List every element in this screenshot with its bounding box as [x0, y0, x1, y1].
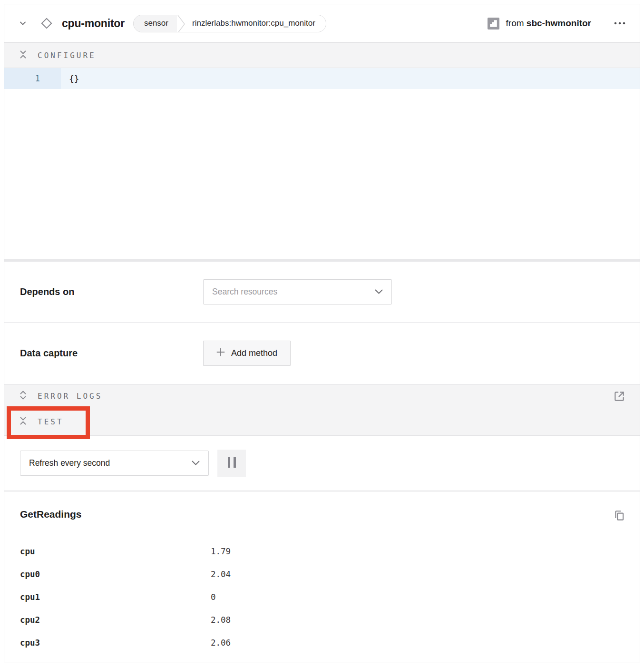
- refresh-rate-select[interactable]: Refresh every second: [20, 451, 209, 476]
- more-menu-button[interactable]: [613, 19, 626, 28]
- readings-table: cpu 1.79 cpu0 2.04 cpu1 0 cpu2 2.08 cpu3…: [20, 540, 626, 654]
- component-diamond-icon: [39, 16, 54, 30]
- pill-separator-chevron-icon: [177, 15, 185, 32]
- machine-part-icon: [488, 18, 499, 29]
- depends-on-label: Depends on: [20, 286, 203, 297]
- refresh-rate-value: Refresh every second: [29, 458, 192, 468]
- editor-line-number: 1: [4, 68, 61, 89]
- reading-value: 2.08: [211, 615, 231, 625]
- reading-value: 1.79: [211, 547, 231, 556]
- reading-key: cpu2: [20, 615, 211, 625]
- resource-model-label: rinzlerlabs:hwmonitor:cpu_monitor: [185, 15, 326, 32]
- resource-card: cpu-monitor sensor rinzlerlabs:hwmonitor…: [4, 4, 640, 662]
- plus-icon: [216, 348, 225, 359]
- pause-refresh-button[interactable]: [217, 450, 246, 477]
- reading-key: cpu: [20, 547, 211, 556]
- add-method-button[interactable]: Add method: [203, 341, 291, 366]
- collapse-card-chevron-icon[interactable]: [19, 19, 27, 28]
- method-name-title: GetReadings: [20, 509, 82, 520]
- editor-code-text[interactable]: {}: [61, 68, 640, 89]
- chevron-down-icon: [375, 288, 383, 296]
- data-capture-section: Data capture Add method: [4, 323, 640, 384]
- table-row: cpu2 2.08: [20, 609, 626, 631]
- depends-on-section: Depends on Search resources: [4, 262, 640, 323]
- reading-key: cpu0: [20, 570, 211, 579]
- copy-readings-icon[interactable]: [612, 509, 626, 523]
- error-logs-section-label: ERROR LOGS: [38, 392, 102, 401]
- machine-part-name: sbc-hwmonitor: [527, 18, 591, 28]
- pause-icon: [227, 457, 236, 469]
- editor-line[interactable]: 1 {}: [4, 68, 640, 89]
- from-machine-part-text: from sbc-hwmonitor: [506, 18, 591, 29]
- reading-value: 2.04: [211, 570, 231, 579]
- error-logs-section-header[interactable]: ERROR LOGS: [4, 384, 640, 408]
- get-readings-panel: GetReadings cpu 1.79 cpu0 2.04 cpu1 0 cp…: [4, 491, 640, 662]
- chevron-down-icon: [192, 459, 200, 468]
- collapse-section-icon[interactable]: [20, 415, 27, 428]
- resource-title: cpu-monitor: [62, 17, 125, 30]
- reading-key: cpu3: [20, 638, 211, 648]
- add-method-label: Add method: [231, 348, 277, 358]
- test-section-label: TEST: [38, 417, 64, 426]
- depends-on-select[interactable]: Search resources: [203, 279, 392, 305]
- configure-section-label: CONFIGURE: [38, 51, 96, 60]
- config-json-editor[interactable]: 1 {}: [4, 68, 640, 259]
- table-row: cpu 1.79: [20, 540, 626, 563]
- configure-section-header[interactable]: CONFIGURE: [4, 42, 640, 68]
- depends-on-placeholder: Search resources: [212, 287, 375, 297]
- collapse-section-icon[interactable]: [20, 49, 27, 62]
- test-controls: Refresh every second: [4, 436, 640, 491]
- table-row: cpu1 0: [20, 586, 626, 609]
- reading-key: cpu1: [20, 592, 211, 602]
- resource-type-pill: sensor rinzlerlabs:hwmonitor:cpu_monitor: [133, 15, 326, 32]
- table-row: cpu3 2.06: [20, 631, 626, 654]
- resource-header: cpu-monitor sensor rinzlerlabs:hwmonitor…: [4, 4, 640, 42]
- data-capture-label: Data capture: [20, 348, 203, 359]
- reading-value: 2.06: [211, 638, 231, 648]
- from-prefix: from: [506, 18, 524, 28]
- test-section-header[interactable]: TEST: [4, 408, 640, 436]
- expand-section-icon[interactable]: [20, 390, 27, 403]
- open-logs-external-link-icon[interactable]: [612, 389, 626, 403]
- table-row: cpu0 2.04: [20, 563, 626, 586]
- resource-type-label: sensor: [134, 15, 177, 32]
- reading-value: 0: [211, 592, 216, 602]
